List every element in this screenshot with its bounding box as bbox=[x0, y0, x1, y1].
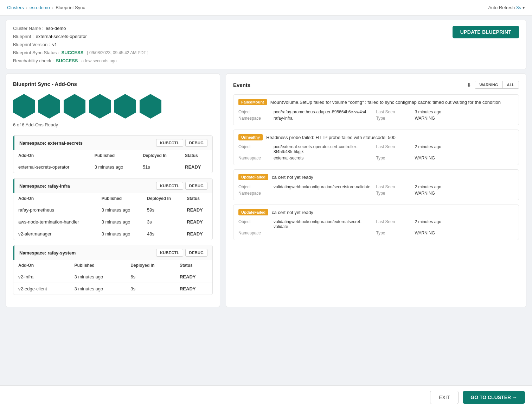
sync-status-value: SUCCESS bbox=[62, 50, 84, 55]
hex-2 bbox=[38, 94, 60, 119]
table-cell-addon: rafay-prometheus bbox=[13, 204, 97, 216]
ns-btn-group-2: KUBECTLDEBUG bbox=[156, 249, 207, 257]
download-icon[interactable]: ⬇ bbox=[467, 82, 471, 88]
table-cell-status: READY bbox=[182, 216, 212, 228]
addons-ready: 6 of 6 Add-Ons Ready bbox=[13, 122, 213, 127]
meta-key: Object bbox=[238, 219, 270, 229]
meta-key: Last Seen bbox=[376, 109, 411, 114]
meta-key: Namespace bbox=[238, 191, 270, 196]
debug-button-2[interactable]: DEBUG bbox=[185, 249, 207, 257]
event-header-1: UnhealthyReadiness probe failed: HTTP pr… bbox=[238, 134, 514, 141]
meta-key: Object bbox=[238, 109, 270, 114]
event-meta-3: Objectvalidatingwebhookconfiguration/ext… bbox=[238, 219, 514, 235]
addon-table-2: Add-OnPublishedDeployed InStatusv2-infra… bbox=[13, 260, 212, 295]
breadcrumb-sep-2: › bbox=[52, 5, 53, 10]
event-meta-2: Objectvalidatingwebhookconfiguration/sec… bbox=[238, 184, 514, 196]
table-row: external-secrets-operator3 minutes ago51… bbox=[13, 161, 212, 173]
auto-refresh-label: Auto Refresh bbox=[488, 5, 515, 10]
ns-btn-group-1: KUBECTLDEBUG bbox=[156, 182, 207, 190]
breadcrumb-current: Blueprint Sync bbox=[56, 5, 85, 10]
reachability-status: SUCCESS bbox=[56, 58, 78, 63]
table-column-header: Deployed In bbox=[142, 193, 182, 204]
breadcrumb-sep-1: › bbox=[26, 5, 27, 10]
table-column-header: Status bbox=[180, 150, 212, 161]
namespace-header-0: Namespace: external-secretsKUBECTLDEBUG bbox=[13, 136, 212, 150]
blueprint-value: external-secrets-operator bbox=[36, 34, 87, 39]
events-controls: ⬇ WARNING ALL bbox=[467, 81, 519, 89]
table-cell-status: READY bbox=[175, 271, 212, 283]
table-cell-published: 3 minutes ago bbox=[97, 216, 142, 228]
auto-refresh-value: 3s bbox=[516, 5, 521, 10]
meta-val: 2 minutes ago bbox=[415, 184, 514, 189]
filter-buttons: WARNING ALL bbox=[475, 81, 519, 89]
namespace-section-0: Namespace: external-secretsKUBECTLDEBUGA… bbox=[13, 135, 213, 173]
goto-cluster-button[interactable]: GO TO CLUSTER → bbox=[463, 391, 525, 404]
event-message-1: Readiness probe failed: HTTP probe faile… bbox=[266, 134, 396, 141]
cluster-name-label: Cluster Name : bbox=[13, 26, 44, 31]
chevron-down-icon: ▾ bbox=[523, 5, 525, 10]
namespace-title-1: Namespace: rafay-infra bbox=[19, 183, 70, 189]
info-fields: Cluster Name : eso-demo Blueprint : exte… bbox=[13, 26, 148, 63]
filter-all-button[interactable]: ALL bbox=[503, 81, 519, 88]
reachability-time: a few seconds ago bbox=[81, 58, 116, 63]
auto-refresh[interactable]: Auto Refresh 3s ▾ bbox=[488, 5, 525, 10]
exit-button[interactable]: EXIT bbox=[430, 391, 459, 404]
hex-4 bbox=[89, 94, 111, 119]
table-column-header: Add-On bbox=[13, 260, 70, 271]
table-column-header: Published bbox=[70, 260, 126, 271]
meta-val: 2 minutes ago bbox=[415, 144, 514, 154]
sync-time: [ 09/08/2023, 09:45:42 AM PDT ] bbox=[87, 50, 148, 55]
update-blueprint-button[interactable]: UPDATE BLUEPRINT bbox=[453, 26, 519, 38]
event-message-3: ca cert not yet ready bbox=[272, 209, 313, 216]
namespaces-container: Namespace: external-secretsKUBECTLDEBUGA… bbox=[13, 135, 213, 295]
table-cell-addon: v2-infra bbox=[13, 271, 70, 283]
sync-status-label: Blueprint Sync Status : bbox=[13, 50, 59, 55]
meta-key: Last Seen bbox=[376, 144, 411, 154]
version-row: Blueprint Version : v1 bbox=[13, 42, 148, 47]
table-cell-deployed_in: 3s bbox=[142, 216, 182, 228]
meta-val: pod/external-secrets-operator-cert-contr… bbox=[274, 144, 373, 154]
table-cell-deployed_in: 51s bbox=[138, 161, 180, 173]
table-row: v2-edge-client3 minutes ago3sREADY bbox=[13, 283, 212, 295]
meta-val: 3 minutes ago bbox=[415, 109, 514, 114]
kubectl-button-1[interactable]: KUBECTL bbox=[156, 182, 183, 190]
right-panel: Events ⬇ WARNING ALL FailedMountMountVol… bbox=[226, 74, 526, 307]
meta-key: Object bbox=[238, 184, 270, 189]
breadcrumb-eso-demo[interactable]: eso-demo bbox=[30, 5, 50, 10]
table-cell-addon: external-secrets-operator bbox=[13, 161, 90, 173]
table-column-header: Add-On bbox=[13, 193, 97, 204]
table-row: v2-infra3 minutes ago6sREADY bbox=[13, 271, 212, 283]
meta-val bbox=[274, 231, 373, 235]
blueprint-row: Blueprint : external-secrets-operator bbox=[13, 34, 148, 39]
table-cell-status: READY bbox=[180, 161, 212, 173]
table-cell-deployed_in: 48s bbox=[142, 228, 182, 240]
meta-val: external-secrets bbox=[274, 156, 373, 161]
breadcrumb-clusters[interactable]: Clusters bbox=[7, 5, 24, 10]
debug-button-1[interactable]: DEBUG bbox=[185, 182, 207, 190]
event-header-0: FailedMountMountVolume.SetUp failed for … bbox=[238, 99, 514, 106]
left-panel-title: Blueprint Sync - Add-Ons bbox=[13, 81, 213, 87]
table-column-header: Status bbox=[182, 193, 212, 204]
kubectl-button-0[interactable]: KUBECTL bbox=[156, 139, 183, 147]
cluster-name-value: eso-demo bbox=[46, 26, 66, 31]
reachability-row: Reachability check : SUCCESS a few secon… bbox=[13, 58, 148, 63]
meta-val: pod/rafay-prometheus-adapter-895664b6c-v… bbox=[274, 109, 373, 114]
main-content: Blueprint Sync - Add-Ons 6 of 6 Add-Ons … bbox=[6, 74, 526, 307]
filter-warning-button[interactable]: WARNING bbox=[475, 81, 502, 88]
events-container: FailedMountMountVolume.SetUp failed for … bbox=[233, 94, 519, 240]
table-cell-status: READY bbox=[182, 204, 212, 216]
event-card-0: FailedMountMountVolume.SetUp failed for … bbox=[233, 94, 519, 125]
addon-table-1: Add-OnPublishedDeployed InStatusrafay-pr… bbox=[13, 193, 212, 240]
table-cell-published: 3 minutes ago bbox=[70, 271, 126, 283]
hex-3 bbox=[64, 94, 85, 119]
namespace-title-0: Namespace: external-secrets bbox=[19, 140, 83, 146]
debug-button-0[interactable]: DEBUG bbox=[185, 139, 207, 147]
meta-key: Last Seen bbox=[376, 219, 411, 229]
event-badge-0: FailedMount bbox=[238, 99, 267, 105]
table-column-header: Deployed In bbox=[126, 260, 175, 271]
kubectl-button-2[interactable]: KUBECTL bbox=[156, 249, 183, 257]
hexagon-row bbox=[13, 94, 213, 119]
table-cell-addon: v2-edge-client bbox=[13, 283, 70, 295]
table-cell-deployed_in: 59s bbox=[142, 204, 182, 216]
version-value: v1 bbox=[52, 42, 57, 47]
